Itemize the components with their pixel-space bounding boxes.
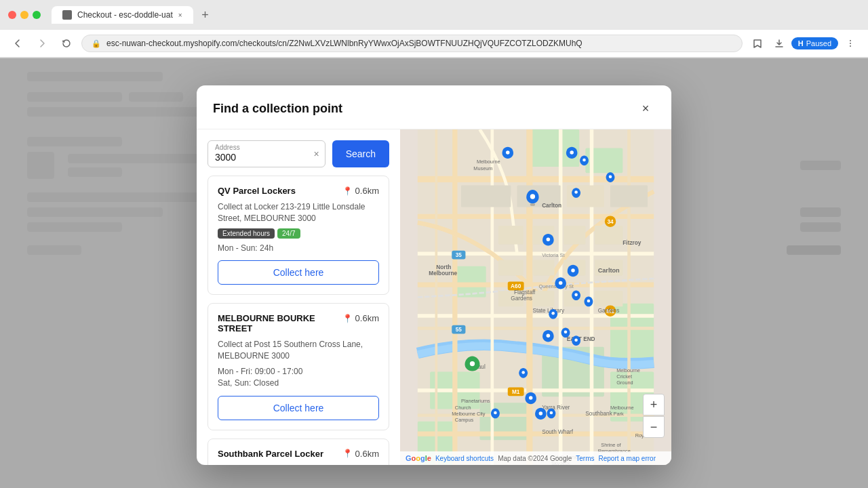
search-bar: Address × Search xyxy=(197,129,400,176)
svg-text:Ground: Ground xyxy=(616,380,633,386)
svg-rect-33 xyxy=(564,226,585,245)
search-button[interactable]: Search xyxy=(332,140,389,167)
bookmark-button[interactable] xyxy=(748,34,767,53)
collect-here-button-2[interactable]: Collect here xyxy=(218,396,379,420)
svg-rect-41 xyxy=(461,186,511,207)
toolbar-actions: H Paused xyxy=(748,34,860,53)
page-background: Find a collection point × Address × Sear… xyxy=(0,58,868,488)
svg-text:A60: A60 xyxy=(511,283,521,289)
svg-point-2 xyxy=(850,45,851,47)
modal-close-button[interactable]: × xyxy=(636,99,655,118)
collect-here-button-1[interactable]: Collect here xyxy=(218,260,379,285)
clear-input-button[interactable]: × xyxy=(313,149,319,159)
location-badges: Extended hours 24/7 xyxy=(218,228,379,239)
url-text: esc-nuwan-checkout.myshopify.com/checkou… xyxy=(106,39,583,48)
browser-titlebar: Checkout - esc-doddle-uat × + xyxy=(0,0,868,30)
location-hours: Mon - Sun: 24h xyxy=(218,243,379,254)
modal-overlay: Find a collection point × Address × Sear… xyxy=(0,58,868,488)
svg-point-106 xyxy=(539,411,543,415)
traffic-light-minimize[interactable] xyxy=(20,11,28,19)
svg-point-98 xyxy=(559,281,563,285)
modal-left-panel: Address × Search QV Parcel Lockers xyxy=(197,129,400,465)
location-header: QV Parcel Lockers 📍 0.6km xyxy=(218,186,379,196)
paused-badge[interactable]: H Paused xyxy=(791,37,838,49)
locations-list[interactable]: QV Parcel Lockers 📍 0.6km Collect at Loc… xyxy=(197,176,400,465)
location-item-qv-parcel: QV Parcel Lockers 📍 0.6km Collect at Loc… xyxy=(208,176,389,295)
svg-point-93 xyxy=(583,159,586,162)
location-header-2: MELBOURNE BOURKE STREET 📍 0.6km xyxy=(218,313,379,333)
svg-point-100 xyxy=(587,300,591,303)
svg-rect-32 xyxy=(532,260,554,276)
lock-icon: 🔒 xyxy=(92,39,101,48)
svg-text:Flagstaff: Flagstaff xyxy=(514,289,536,296)
download-button[interactable] xyxy=(770,34,789,53)
traffic-light-close[interactable] xyxy=(8,11,16,19)
svg-text:Cricket: Cricket xyxy=(616,373,632,380)
forward-button[interactable] xyxy=(33,34,52,53)
svg-text:Shrine of: Shrine of xyxy=(601,442,621,448)
location-distance-3: 📍 0.6km xyxy=(342,449,379,459)
tab-title: Checkout - esc-doddle-uat xyxy=(77,10,173,20)
svg-text:Carlton: Carlton xyxy=(598,267,620,274)
map-footer: Google Keyboard shortcuts Map data ©2024… xyxy=(400,451,671,465)
svg-text:Melbourne: Melbourne xyxy=(477,159,500,165)
svg-rect-40 xyxy=(595,291,623,306)
search-input-wrapper: Address × xyxy=(208,140,326,167)
location-name-2: MELBOURNE BOURKE STREET xyxy=(218,313,337,333)
active-tab[interactable]: Checkout - esc-doddle-uat × xyxy=(52,6,193,24)
reload-button[interactable] xyxy=(57,34,76,53)
distance-value: 0.6km xyxy=(355,186,379,196)
svg-point-95 xyxy=(574,190,578,194)
terms-link[interactable]: Terms xyxy=(576,455,594,462)
svg-rect-44 xyxy=(610,186,648,207)
back-button[interactable] xyxy=(8,34,27,53)
svg-text:35: 35 xyxy=(456,252,462,258)
twentyfour-seven-badge: 24/7 xyxy=(277,228,300,239)
svg-text:North: North xyxy=(436,264,451,270)
keyboard-shortcuts-link[interactable]: Keyboard shortcuts xyxy=(435,455,494,462)
new-tab-button[interactable]: + xyxy=(196,5,215,24)
collection-point-modal: Find a collection point × Address × Sear… xyxy=(197,85,671,465)
svg-rect-31 xyxy=(498,260,524,276)
zoom-in-button[interactable]: + xyxy=(643,394,665,415)
location-distance: 📍 0.6km xyxy=(342,186,379,196)
zoom-out-button[interactable]: − xyxy=(643,416,665,438)
svg-point-102 xyxy=(564,331,568,334)
svg-point-105 xyxy=(529,396,533,400)
modal-header: Find a collection point × xyxy=(197,85,671,129)
svg-rect-35 xyxy=(595,226,623,245)
svg-text:Museum: Museum xyxy=(473,165,492,171)
svg-point-109 xyxy=(494,411,497,415)
more-options-button[interactable] xyxy=(841,34,860,53)
svg-point-99 xyxy=(574,293,578,297)
paused-label: Paused xyxy=(806,39,831,47)
address-bar[interactable]: 🔒 esc-nuwan-checkout.myshopify.com/check… xyxy=(81,35,743,52)
browser-chrome: Checkout - esc-doddle-uat × + 🔒 esc-nuwa… xyxy=(0,0,868,58)
report-error-link[interactable]: Report a map error xyxy=(598,455,655,462)
extended-hours-badge: Extended hours xyxy=(218,228,275,239)
location-address-3: Collect at Locker 3 Southgate xyxy=(218,464,379,465)
traffic-light-maximize[interactable] xyxy=(33,11,41,19)
pin-icon-2: 📍 xyxy=(342,314,353,323)
svg-point-97 xyxy=(571,268,575,272)
location-distance-2: 📍 0.6km xyxy=(342,313,379,323)
location-address: Collect at Locker 213-219 Little Lonsdal… xyxy=(218,201,379,224)
svg-point-90 xyxy=(530,194,535,199)
svg-text:Park: Park xyxy=(614,411,624,417)
tab-close-button[interactable]: × xyxy=(178,12,182,19)
svg-point-92 xyxy=(570,150,574,155)
svg-text:Gardens: Gardens xyxy=(511,296,532,302)
location-hours-2: Mon - Fri: 09:00 - 17:00Sat, Sun: Closed xyxy=(218,366,379,389)
svg-text:Church: Church xyxy=(455,405,471,411)
address-label: Address xyxy=(215,144,240,151)
svg-point-108 xyxy=(521,371,525,374)
svg-text:M1: M1 xyxy=(512,389,520,395)
svg-point-1 xyxy=(850,43,851,44)
svg-text:Melbourne: Melbourne xyxy=(616,367,640,373)
map-container[interactable]: 35 55 A60 M1 34 M1 xyxy=(400,129,671,465)
location-item-bourke: MELBOURNE BOURKE STREET 📍 0.6km Collect … xyxy=(208,303,389,430)
svg-point-0 xyxy=(850,40,851,41)
svg-text:34: 34 xyxy=(607,219,614,225)
google-logo: Google xyxy=(406,454,431,462)
traffic-lights xyxy=(8,11,41,19)
